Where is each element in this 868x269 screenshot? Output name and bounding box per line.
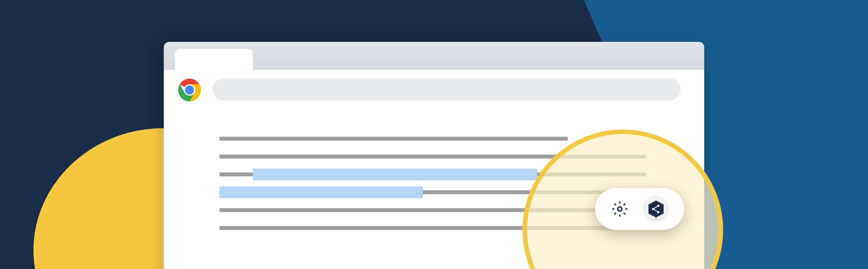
- share-extension-button[interactable]: [643, 196, 669, 222]
- content-text-line: [219, 137, 568, 141]
- address-bar[interactable]: [213, 78, 681, 101]
- svg-marker-4: [649, 200, 663, 217]
- gear-icon: [612, 200, 628, 217]
- chrome-logo-icon: [178, 78, 202, 102]
- floating-extension-widget: [595, 188, 684, 230]
- svg-point-2: [185, 85, 194, 94]
- settings-button[interactable]: [610, 199, 629, 219]
- text-selection-highlight: [219, 186, 423, 198]
- share-extension-icon: [647, 199, 665, 218]
- svg-point-3: [618, 207, 622, 211]
- svg-marker-10: [654, 218, 657, 218]
- text-selection-highlight: [253, 168, 537, 180]
